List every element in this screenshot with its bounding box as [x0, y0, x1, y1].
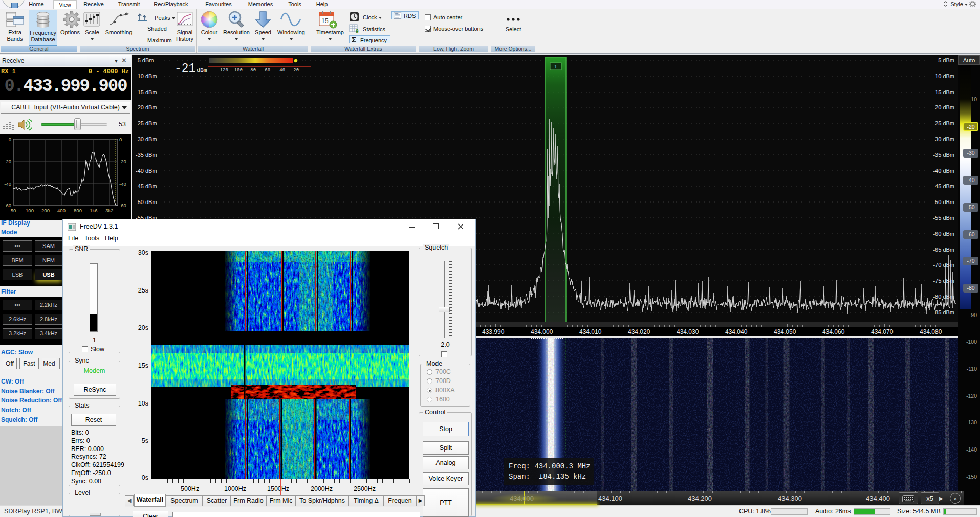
svg-text:9: 9	[356, 29, 359, 34]
svg-text:-20 dBm: -20 dBm	[933, 104, 954, 110]
svg-text:-80: -80	[248, 68, 256, 73]
svg-text:-40: -40	[277, 68, 285, 73]
svg-text:-60: -60	[262, 68, 270, 73]
svg-text:-15 dBm: -15 dBm	[933, 89, 954, 95]
svg-text:-30 dBm: -30 dBm	[136, 136, 157, 142]
svg-text:-25 dBm: -25 dBm	[933, 120, 954, 126]
svg-text:1k6: 1k6	[90, 208, 97, 213]
svg-text:-5 dBm: -5 dBm	[136, 57, 154, 63]
svg-text:-55 dBm: -55 dBm	[933, 215, 954, 221]
svg-text:-30 dBm: -30 dBm	[933, 136, 954, 142]
svg-text:800: 800	[74, 208, 82, 213]
svg-text:0: 0	[9, 137, 11, 142]
svg-text:50: 50	[11, 208, 16, 213]
svg-text:3k2: 3k2	[105, 208, 113, 213]
svg-text:0: 0	[119, 137, 122, 142]
svg-text:-120: -120	[217, 68, 228, 73]
svg-text:-100: -100	[231, 68, 243, 73]
svg-text:-85 dBm: -85 dBm	[933, 309, 954, 316]
svg-text:-10 dBm: -10 dBm	[933, 73, 954, 79]
svg-text:-20: -20	[4, 159, 11, 164]
svg-text:-40 dBm: -40 dBm	[136, 168, 157, 174]
svg-text:-45 dBm: -45 dBm	[933, 183, 954, 189]
svg-text:15: 15	[321, 17, 329, 25]
svg-text:1: 1	[554, 63, 557, 69]
svg-text:200: 200	[41, 208, 50, 213]
svg-text:-10 dBm: -10 dBm	[136, 73, 157, 79]
svg-text:-15 dBm: -15 dBm	[136, 89, 157, 95]
svg-text:-70 dBm: -70 dBm	[933, 262, 954, 268]
svg-text:-60 dBm: -60 dBm	[933, 231, 954, 237]
svg-text:-40: -40	[119, 181, 126, 187]
svg-text:-40: -40	[4, 181, 11, 187]
svg-text:dBm: dBm	[197, 66, 207, 73]
svg-text:-20 dBm: -20 dBm	[136, 104, 157, 110]
svg-text:-65 dBm: -65 dBm	[933, 246, 954, 253]
svg-text:-21: -21	[175, 62, 195, 75]
svg-text:100: 100	[26, 208, 34, 213]
svg-text:-25 dBm: -25 dBm	[136, 120, 157, 126]
svg-text:-35 dBm: -35 dBm	[136, 152, 157, 158]
svg-text:-60: -60	[119, 203, 126, 208]
svg-text:400: 400	[57, 208, 66, 213]
svg-text:-5 dBm: -5 dBm	[937, 57, 954, 63]
svg-text:-20: -20	[119, 159, 126, 164]
svg-text:-40 dBm: -40 dBm	[933, 168, 954, 174]
svg-text:-50 dBm: -50 dBm	[136, 199, 157, 205]
svg-text:-35 dBm: -35 dBm	[933, 152, 954, 158]
svg-text:-45 dBm: -45 dBm	[136, 183, 157, 189]
svg-text:-20: -20	[291, 68, 299, 73]
svg-text:-50 dBm: -50 dBm	[933, 199, 954, 205]
